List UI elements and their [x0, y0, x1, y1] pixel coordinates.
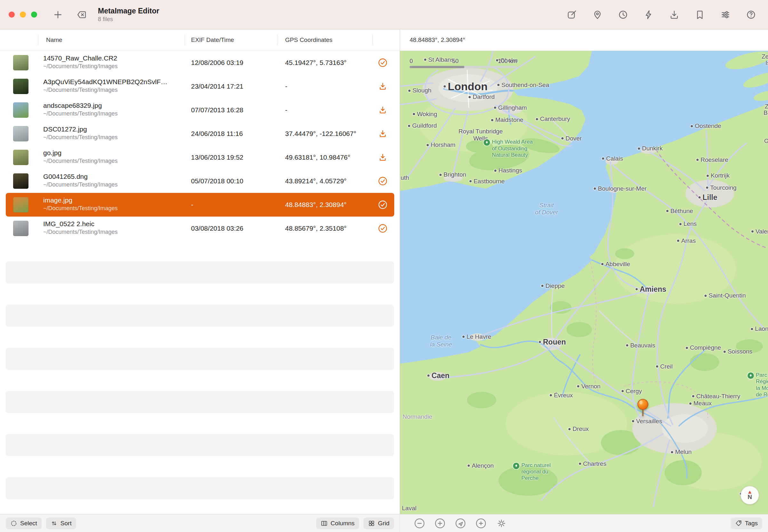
compass-needle-icon	[748, 491, 751, 494]
columns-icon	[321, 520, 328, 527]
remove-files-button[interactable]	[74, 7, 89, 22]
minimize-window-button[interactable]	[20, 12, 26, 18]
export-button[interactable]	[667, 7, 682, 22]
add-location-button[interactable]	[474, 517, 488, 530]
file-status-button[interactable]	[374, 217, 392, 240]
file-exif-datetime: 12/08/2006 03:19	[191, 59, 244, 67]
select-lasso-icon	[10, 520, 17, 527]
edit-metadata-button[interactable]	[564, 7, 579, 22]
map-panel: 48.84883°, 2.30894°	[400, 29, 768, 514]
file-gps-coordinates: 45.19427°, 5.73163°	[285, 59, 347, 67]
location-button[interactable]	[590, 7, 605, 22]
plus-icon	[53, 10, 63, 20]
file-status-button[interactable]	[374, 146, 392, 169]
map-settings-button[interactable]	[495, 517, 508, 530]
file-exif-datetime: 24/06/2018 11:16	[191, 130, 243, 138]
file-name: DSC01272.jpg	[43, 125, 181, 133]
map-coordinates-bar: 48.84883°, 2.30894°	[400, 29, 768, 51]
history-button[interactable]	[616, 7, 630, 22]
file-path: ~/Documents/Testing/Images	[43, 205, 181, 212]
file-status-button[interactable]	[374, 122, 392, 146]
file-status-button[interactable]	[374, 51, 392, 75]
empty-row-placeholder	[6, 434, 394, 456]
file-gps-coordinates: 49.63181°, 10.98476°	[285, 154, 350, 161]
file-status-button[interactable]	[374, 75, 392, 98]
help-button[interactable]	[744, 7, 758, 22]
tag-icon	[735, 520, 742, 527]
file-name: IMG_0522 2.heic	[43, 220, 181, 228]
file-thumbnail	[13, 126, 28, 141]
columns-view-button[interactable]: Columns	[316, 518, 359, 529]
file-path: ~/Documents/Testing/Images	[43, 63, 181, 70]
download-tray-icon	[669, 10, 679, 20]
file-row[interactable]: go.jpg ~/Documents/Testing/Images 13/06/…	[6, 146, 394, 169]
column-header-gps[interactable]: GPS Coordinates	[285, 36, 332, 44]
lightning-icon	[644, 10, 654, 20]
file-name-cell: IMG_0522 2.heic ~/Documents/Testing/Imag…	[43, 220, 181, 235]
map-view[interactable]: LondonSt AlbansChelmSouthend-on-SeaDartf…	[400, 51, 768, 514]
filters-button[interactable]	[718, 7, 733, 22]
scale-mid: 50	[452, 58, 459, 65]
file-status-button[interactable]	[374, 98, 392, 122]
file-exif-datetime: 05/07/2018 00:10	[191, 177, 244, 185]
file-name: A3pQuViEy54adKQ1WNEPB2Q2nSvlF…	[43, 78, 181, 86]
map-pin[interactable]	[636, 398, 650, 419]
file-status-button[interactable]	[374, 193, 392, 217]
file-gps-coordinates: 43.89214°, 4.05729°	[285, 177, 347, 185]
file-name-cell: DSC01272.jpg ~/Documents/Testing/Images	[43, 125, 181, 141]
close-window-button[interactable]	[9, 12, 15, 18]
select-button[interactable]: Select	[6, 518, 42, 529]
navigate-arrow-circle-icon	[455, 518, 466, 529]
zoom-in-button[interactable]	[433, 517, 447, 530]
location-pin-icon	[592, 10, 603, 20]
presets-button[interactable]	[692, 7, 707, 22]
file-name-cell: andscape68329.jpg ~/Documents/Testing/Im…	[43, 102, 181, 117]
file-path: ~/Documents/Testing/Images	[43, 134, 181, 141]
grid-icon	[368, 520, 375, 527]
grid-view-button[interactable]: Grid	[364, 518, 394, 529]
tags-label: Tags	[745, 520, 758, 527]
file-name: G0041265.dng	[43, 173, 181, 180]
column-header-name[interactable]: Name	[46, 36, 62, 44]
tags-button[interactable]: Tags	[731, 518, 762, 529]
file-name: image.jpg	[43, 196, 181, 204]
file-count: 8 files	[98, 16, 159, 23]
compass-control[interactable]: N	[740, 486, 759, 504]
sort-button[interactable]: Sort	[46, 518, 76, 529]
file-row[interactable]: A3pQuViEy54adKQ1WNEPB2Q2nSvlF… ~/Documen…	[6, 75, 394, 98]
file-status-button[interactable]	[374, 169, 392, 193]
file-row[interactable]: IMG_0522 2.heic ~/Documents/Testing/Imag…	[6, 217, 394, 240]
column-header-exif-datetime[interactable]: EXIF Date/Time	[191, 36, 234, 44]
direction-button[interactable]	[454, 517, 467, 530]
scale-fill	[410, 66, 464, 68]
download-icon	[378, 81, 388, 91]
add-pin-circle-icon	[476, 518, 486, 529]
quick-actions-button[interactable]	[641, 7, 656, 22]
scale-track	[410, 66, 517, 68]
download-icon	[378, 105, 388, 115]
file-name: andscape68329.jpg	[43, 102, 181, 109]
empty-row-placeholder	[6, 348, 394, 370]
file-path: ~/Documents/Testing/Images	[43, 110, 181, 117]
file-name-cell: 14570_Raw_Challe.CR2 ~/Documents/Testing…	[43, 54, 181, 70]
file-exif-datetime: -	[191, 201, 193, 209]
column-divider	[185, 35, 185, 45]
select-label: Select	[20, 520, 37, 527]
zoom-out-button[interactable]	[413, 517, 426, 530]
footer-bar: Select Sort Columns Grid	[0, 514, 768, 532]
file-path: ~/Documents/Testing/Images	[43, 181, 181, 188]
file-name-cell: go.jpg ~/Documents/Testing/Images	[43, 149, 181, 164]
help-icon	[746, 10, 756, 20]
file-row[interactable]: andscape68329.jpg ~/Documents/Testing/Im…	[6, 98, 394, 122]
file-name: 14570_Raw_Challe.CR2	[43, 54, 181, 62]
file-row[interactable]: image.jpg ~/Documents/Testing/Images - 4…	[6, 193, 394, 217]
zoom-window-button[interactable]	[31, 12, 37, 18]
file-row[interactable]: 14570_Raw_Challe.CR2 ~/Documents/Testing…	[6, 51, 394, 75]
file-exif-datetime: 03/08/2018 03:26	[191, 225, 244, 232]
file-row[interactable]: DSC01272.jpg ~/Documents/Testing/Images …	[6, 122, 394, 146]
file-gps-coordinates: -	[285, 83, 287, 90]
file-path: ~/Documents/Testing/Images	[43, 229, 181, 235]
file-row[interactable]: G0041265.dng ~/Documents/Testing/Images …	[6, 169, 394, 193]
add-files-button[interactable]	[51, 7, 65, 22]
file-thumbnail	[13, 150, 28, 165]
